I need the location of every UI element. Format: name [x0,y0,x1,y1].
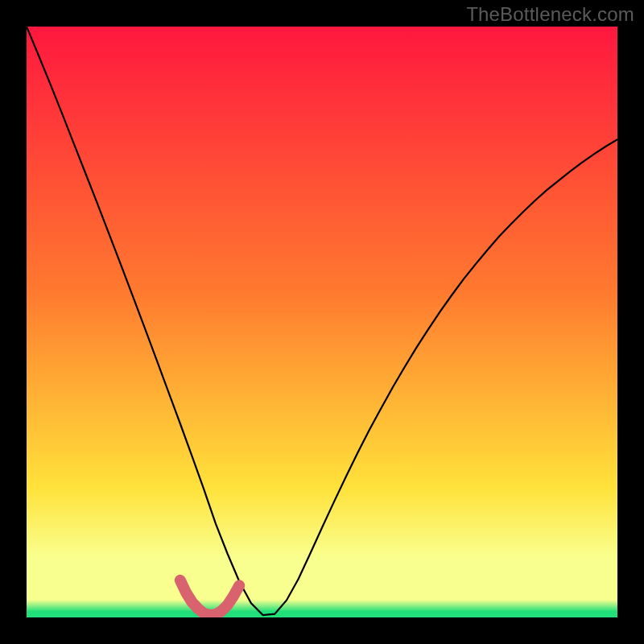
plot-area [27,27,617,617]
chart-frame: TheBottleneck.com [0,0,644,644]
chart-svg [27,27,617,617]
watermark-text: TheBottleneck.com [466,3,634,26]
